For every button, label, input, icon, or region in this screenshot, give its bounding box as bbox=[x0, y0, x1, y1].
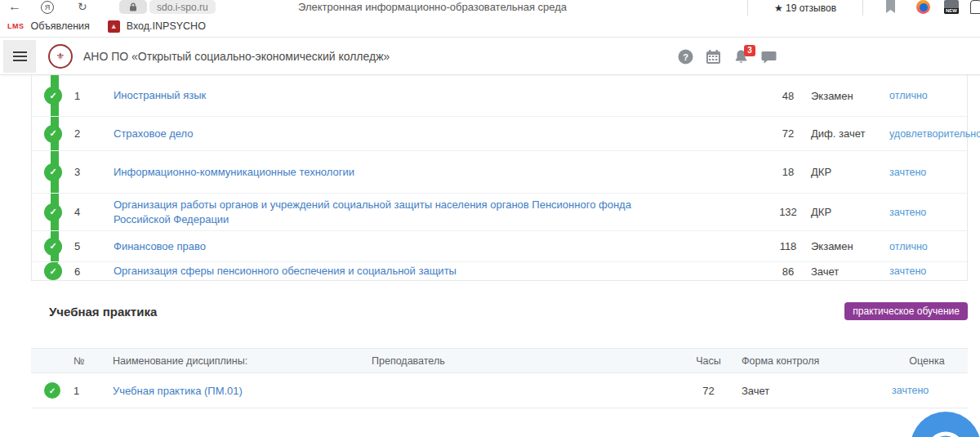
course-link[interactable]: Организация сферы пенсионного обеспечени… bbox=[114, 264, 669, 279]
site-security-chip[interactable] bbox=[119, 0, 147, 14]
main-content: ✓ 1 Иностранный язык 48 Экзамен отлично … bbox=[31, 75, 980, 408]
course-hours: 86 bbox=[765, 265, 811, 278]
header-grade: Оценка bbox=[886, 355, 968, 367]
course-hours: 132 bbox=[765, 206, 811, 218]
course-row: ✓ 4 Организация работы органов и учрежде… bbox=[32, 193, 967, 230]
row-grade-link[interactable]: зачтено bbox=[886, 385, 968, 396]
course-hours: 48 bbox=[765, 90, 811, 102]
header-control-form: Форма контроля bbox=[735, 355, 886, 367]
notifications-bell-icon[interactable]: 3 bbox=[733, 49, 749, 65]
completed-check-icon: ✓ bbox=[44, 203, 62, 221]
course-grade-link[interactable]: зачтено bbox=[889, 265, 967, 277]
address-bar[interactable]: sdo.i-spo.ru bbox=[149, 0, 216, 14]
messages-icon[interactable] bbox=[761, 49, 777, 65]
bookmarks-bar: LMS Объявления ▲ Вход.INPSYCHO bbox=[0, 16, 980, 38]
course-number: 6 bbox=[74, 265, 114, 278]
course-row: ✓ 6 Организация сферы пенсионного обеспе… bbox=[32, 261, 967, 280]
completed-check-icon: ✓ bbox=[44, 262, 62, 280]
course-row: ✓ 2 Страховое дело 72 Диф. зачет удовлет… bbox=[32, 116, 967, 150]
course-control-form: Диф. зачет bbox=[811, 127, 889, 140]
course-row: ✓ 1 Иностранный язык 48 Экзамен отлично bbox=[32, 75, 967, 116]
course-number: 5 bbox=[74, 240, 114, 252]
back-icon[interactable]: ← bbox=[8, 0, 21, 14]
lms-favicon: LMS bbox=[7, 22, 24, 30]
lock-icon bbox=[129, 2, 137, 11]
course-row: ✓ 5 Финансовое право 118 Экзамен отлично bbox=[32, 230, 967, 261]
header-hours: Часы bbox=[682, 355, 735, 367]
course-number: 3 bbox=[74, 166, 114, 178]
practice-type-badge[interactable]: практическое обучение bbox=[844, 302, 968, 320]
course-control-form: Экзамен bbox=[811, 240, 889, 252]
bookmark-inpsycho-login[interactable]: Вход.INPSYCHO bbox=[127, 20, 206, 32]
course-number: 4 bbox=[74, 206, 114, 218]
course-grade-link[interactable]: удовлетворительно bbox=[889, 128, 967, 140]
browser-toolbar: ← Я ↻ sdo.i-spo.ru Электронная информаци… bbox=[0, 0, 980, 16]
course-hours: 72 bbox=[765, 127, 811, 140]
completed-check-icon: ✓ bbox=[44, 125, 62, 143]
course-link[interactable]: Страховое дело bbox=[114, 127, 669, 141]
course-link[interactable]: Финансовое право bbox=[114, 239, 669, 254]
chat-widget-button[interactable] bbox=[910, 411, 980, 437]
completed-check-icon: ✓ bbox=[44, 163, 62, 181]
refresh-icon[interactable]: ↻ bbox=[78, 0, 87, 14]
practice-heading: Учебная практика bbox=[49, 305, 157, 319]
course-grade-link[interactable]: зачтено bbox=[889, 207, 967, 218]
table-row: ✓ 1 Учебная практика (ПМ.01) 72 Зачет за… bbox=[31, 373, 968, 408]
course-number: 2 bbox=[74, 127, 114, 140]
header-discipline: Наименование дисциплины: bbox=[113, 355, 341, 367]
menu-button[interactable] bbox=[3, 40, 36, 73]
row-number: 1 bbox=[74, 385, 113, 397]
browser-window: ← Я ↻ sdo.i-spo.ru Электронная информаци… bbox=[0, 0, 980, 437]
reviews-label: ★ 19 отзывов bbox=[774, 2, 836, 14]
calendar-icon[interactable] bbox=[706, 49, 721, 65]
browser-tab-title: Электронная информационно-образовательна… bbox=[298, 1, 567, 13]
course-hours: 18 bbox=[765, 166, 811, 178]
row-control-form: Зачет bbox=[735, 385, 886, 397]
course-link[interactable]: Иностранный язык bbox=[114, 88, 669, 103]
header-teacher: Преподаватель bbox=[341, 355, 682, 367]
practice-section-header: Учебная практика практическое обучение bbox=[31, 302, 968, 320]
app-header: ⚜ АНО ПО «Открытый социально-экономическ… bbox=[0, 38, 980, 75]
header-number: № bbox=[74, 355, 113, 367]
completed-check-icon: ✓ bbox=[44, 382, 60, 399]
college-name: АНО ПО «Открытый социально-экономический… bbox=[83, 50, 390, 63]
extension-new-icon[interactable]: NEW bbox=[944, 0, 959, 14]
course-link[interactable]: Организация работы органов и учреждений … bbox=[114, 198, 669, 226]
notification-count-badge: 3 bbox=[744, 45, 755, 56]
inpsycho-favicon: ▲ bbox=[108, 20, 120, 33]
practice-table-header: № Наименование дисциплины: Преподаватель… bbox=[31, 349, 968, 373]
course-control-form: Экзамен bbox=[811, 90, 889, 102]
yandex-browser-icon[interactable]: Я bbox=[41, 1, 54, 14]
extension-ring-icon[interactable] bbox=[916, 0, 930, 14]
completed-check-icon: ✓ bbox=[44, 87, 62, 105]
header-icon-group: ? 3 bbox=[678, 38, 777, 75]
course-grade-link[interactable]: зачтено bbox=[889, 167, 967, 178]
course-link[interactable]: Информационно-коммуникационные технологи… bbox=[114, 165, 669, 180]
course-number: 1 bbox=[74, 90, 114, 102]
course-row: ✓ 3 Информационно-коммуникационные техно… bbox=[32, 150, 967, 193]
college-logo: ⚜ bbox=[48, 44, 73, 69]
new-badge: NEW bbox=[944, 8, 959, 14]
svg-text:?: ? bbox=[683, 51, 688, 61]
practice-table: № Наименование дисциплины: Преподаватель… bbox=[31, 348, 968, 408]
course-control-form: ДКР bbox=[811, 206, 889, 218]
bookmark-announcements[interactable]: Объявления bbox=[31, 20, 90, 32]
course-grade-link[interactable]: отлично bbox=[889, 90, 967, 101]
practice-course-link[interactable]: Учебная практика (ПМ.01) bbox=[113, 385, 341, 397]
course-grade-link[interactable]: отлично bbox=[889, 241, 967, 252]
courses-panel: ✓ 1 Иностранный язык 48 Экзамен отлично … bbox=[31, 75, 968, 281]
bookmark-flag-icon[interactable] bbox=[885, 0, 896, 16]
row-hours: 72 bbox=[682, 385, 735, 397]
course-control-form: Зачет bbox=[811, 265, 889, 278]
help-icon[interactable]: ? bbox=[678, 49, 693, 65]
course-hours: 118 bbox=[765, 240, 811, 252]
site-reviews-button[interactable]: ★ 19 отзывов bbox=[747, 0, 863, 16]
course-control-form: ДКР bbox=[811, 166, 889, 178]
completed-check-icon: ✓ bbox=[44, 238, 62, 256]
pointer-icon[interactable] bbox=[970, 0, 980, 14]
